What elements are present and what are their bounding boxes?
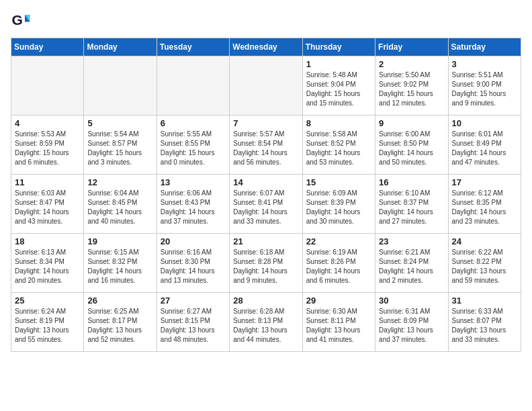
day-number: 19 (87, 236, 152, 246)
day-number: 30 (379, 295, 444, 306)
day-info: Sunrise: 6:18 AM Sunset: 8:28 PM Dayligh… (233, 248, 298, 285)
week-row-3: 11 Sunrise: 6:03 AM Sunset: 8:47 PM Dayl… (11, 175, 521, 234)
day-info: Sunrise: 6:07 AM Sunset: 8:41 PM Dayligh… (233, 189, 298, 226)
day-info: Sunrise: 6:31 AM Sunset: 8:09 PM Dayligh… (379, 307, 444, 345)
day-number: 23 (379, 236, 444, 246)
day-number: 5 (87, 118, 152, 128)
calendar-cell (84, 56, 157, 116)
weekday-header-monday: Monday (84, 38, 157, 56)
day-info: Sunrise: 6:19 AM Sunset: 8:26 PM Dayligh… (306, 248, 371, 285)
day-number: 8 (306, 118, 371, 128)
weekday-header-wednesday: Wednesday (230, 38, 302, 56)
calendar-cell: 13 Sunrise: 6:06 AM Sunset: 8:43 PM Dayl… (157, 175, 229, 234)
calendar-cell: 10 Sunrise: 6:01 AM Sunset: 8:49 PM Dayl… (448, 116, 521, 175)
calendar-cell: 16 Sunrise: 6:10 AM Sunset: 8:37 PM Dayl… (375, 175, 448, 234)
day-number: 31 (452, 295, 517, 306)
calendar-cell: 29 Sunrise: 6:30 AM Sunset: 8:11 PM Dayl… (302, 293, 375, 352)
day-info: Sunrise: 6:01 AM Sunset: 8:49 PM Dayligh… (452, 130, 517, 167)
calendar-cell: 20 Sunrise: 6:16 AM Sunset: 8:30 PM Dayl… (157, 234, 229, 293)
day-number: 26 (87, 295, 152, 306)
logo: G (11, 11, 34, 31)
day-number: 29 (306, 295, 371, 306)
day-number: 1 (306, 59, 371, 69)
calendar-cell (230, 56, 302, 116)
day-number: 14 (233, 177, 298, 187)
calendar-cell: 24 Sunrise: 6:22 AM Sunset: 8:22 PM Dayl… (448, 234, 521, 293)
week-row-5: 25 Sunrise: 6:24 AM Sunset: 8:19 PM Dayl… (11, 293, 521, 352)
day-number: 27 (161, 295, 226, 306)
day-number: 20 (161, 236, 226, 246)
calendar-cell: 3 Sunrise: 5:51 AM Sunset: 9:00 PM Dayli… (448, 56, 521, 116)
day-info: Sunrise: 5:53 AM Sunset: 8:59 PM Dayligh… (15, 130, 80, 167)
day-info: Sunrise: 6:22 AM Sunset: 8:22 PM Dayligh… (452, 248, 517, 285)
day-info: Sunrise: 6:27 AM Sunset: 8:15 PM Dayligh… (161, 307, 226, 345)
day-info: Sunrise: 5:51 AM Sunset: 9:00 PM Dayligh… (452, 71, 517, 108)
calendar-cell: 31 Sunrise: 6:33 AM Sunset: 8:07 PM Dayl… (448, 293, 521, 352)
week-row-2: 4 Sunrise: 5:53 AM Sunset: 8:59 PM Dayli… (11, 116, 521, 175)
calendar-cell: 2 Sunrise: 5:50 AM Sunset: 9:02 PM Dayli… (375, 56, 448, 116)
day-info: Sunrise: 6:24 AM Sunset: 8:19 PM Dayligh… (15, 307, 80, 345)
calendar-cell: 26 Sunrise: 6:25 AM Sunset: 8:17 PM Dayl… (84, 293, 157, 352)
day-info: Sunrise: 5:54 AM Sunset: 8:57 PM Dayligh… (87, 130, 152, 167)
calendar-table: SundayMondayTuesdayWednesdayThursdayFrid… (11, 38, 521, 352)
calendar-cell: 1 Sunrise: 5:48 AM Sunset: 9:04 PM Dayli… (302, 56, 375, 116)
day-info: Sunrise: 6:16 AM Sunset: 8:30 PM Dayligh… (161, 248, 226, 285)
weekday-header-row: SundayMondayTuesdayWednesdayThursdayFrid… (11, 38, 521, 56)
day-number: 21 (233, 236, 298, 246)
day-info: Sunrise: 6:00 AM Sunset: 8:50 PM Dayligh… (379, 130, 444, 167)
day-number: 28 (233, 295, 298, 306)
day-info: Sunrise: 5:50 AM Sunset: 9:02 PM Dayligh… (379, 71, 444, 108)
page-header: G (11, 11, 521, 31)
calendar-cell: 7 Sunrise: 5:57 AM Sunset: 8:54 PM Dayli… (230, 116, 302, 175)
day-number: 9 (379, 118, 444, 128)
day-number: 2 (379, 59, 444, 69)
day-info: Sunrise: 6:12 AM Sunset: 8:35 PM Dayligh… (452, 189, 517, 226)
day-number: 10 (452, 118, 517, 128)
day-info: Sunrise: 6:06 AM Sunset: 8:43 PM Dayligh… (161, 189, 226, 226)
week-row-4: 18 Sunrise: 6:13 AM Sunset: 8:34 PM Dayl… (11, 234, 521, 293)
day-number: 16 (379, 177, 444, 187)
calendar-cell: 30 Sunrise: 6:31 AM Sunset: 8:09 PM Dayl… (375, 293, 448, 352)
day-info: Sunrise: 6:21 AM Sunset: 8:24 PM Dayligh… (379, 248, 444, 285)
calendar-cell: 15 Sunrise: 6:09 AM Sunset: 8:39 PM Dayl… (302, 175, 375, 234)
calendar-cell: 4 Sunrise: 5:53 AM Sunset: 8:59 PM Dayli… (11, 116, 84, 175)
calendar-cell: 22 Sunrise: 6:19 AM Sunset: 8:26 PM Dayl… (302, 234, 375, 293)
day-number: 17 (452, 177, 517, 187)
day-info: Sunrise: 6:09 AM Sunset: 8:39 PM Dayligh… (306, 189, 371, 226)
calendar-cell: 8 Sunrise: 5:58 AM Sunset: 8:52 PM Dayli… (302, 116, 375, 175)
calendar-cell: 25 Sunrise: 6:24 AM Sunset: 8:19 PM Dayl… (11, 293, 84, 352)
weekday-header-tuesday: Tuesday (157, 38, 229, 56)
day-number: 13 (161, 177, 226, 187)
day-number: 4 (15, 118, 80, 128)
calendar-cell: 18 Sunrise: 6:13 AM Sunset: 8:34 PM Dayl… (11, 234, 84, 293)
day-info: Sunrise: 5:48 AM Sunset: 9:04 PM Dayligh… (306, 71, 371, 108)
day-number: 24 (452, 236, 517, 246)
day-info: Sunrise: 5:58 AM Sunset: 8:52 PM Dayligh… (306, 130, 371, 167)
calendar-cell: 6 Sunrise: 5:55 AM Sunset: 8:55 PM Dayli… (157, 116, 229, 175)
calendar-cell: 28 Sunrise: 6:28 AM Sunset: 8:13 PM Dayl… (230, 293, 302, 352)
day-number: 12 (87, 177, 152, 187)
day-number: 11 (15, 177, 80, 187)
weekday-header-friday: Friday (375, 38, 448, 56)
day-info: Sunrise: 6:03 AM Sunset: 8:47 PM Dayligh… (15, 189, 80, 226)
day-info: Sunrise: 6:13 AM Sunset: 8:34 PM Dayligh… (15, 248, 80, 285)
day-info: Sunrise: 6:04 AM Sunset: 8:45 PM Dayligh… (87, 189, 152, 226)
calendar-cell: 27 Sunrise: 6:27 AM Sunset: 8:15 PM Dayl… (157, 293, 229, 352)
day-number: 6 (161, 118, 226, 128)
logo-icon: G (11, 11, 31, 31)
weekday-header-sunday: Sunday (11, 38, 84, 56)
day-number: 15 (306, 177, 371, 187)
day-number: 18 (15, 236, 80, 246)
day-info: Sunrise: 5:55 AM Sunset: 8:55 PM Dayligh… (161, 130, 226, 167)
calendar-cell (11, 56, 84, 116)
weekday-header-saturday: Saturday (448, 38, 521, 56)
day-info: Sunrise: 6:33 AM Sunset: 8:07 PM Dayligh… (452, 307, 517, 345)
calendar-cell: 9 Sunrise: 6:00 AM Sunset: 8:50 PM Dayli… (375, 116, 448, 175)
calendar-cell (157, 56, 229, 116)
calendar-cell: 17 Sunrise: 6:12 AM Sunset: 8:35 PM Dayl… (448, 175, 521, 234)
week-row-1: 1 Sunrise: 5:48 AM Sunset: 9:04 PM Dayli… (11, 56, 521, 116)
calendar-cell: 21 Sunrise: 6:18 AM Sunset: 8:28 PM Dayl… (230, 234, 302, 293)
calendar-cell: 14 Sunrise: 6:07 AM Sunset: 8:41 PM Dayl… (230, 175, 302, 234)
day-info: Sunrise: 6:15 AM Sunset: 8:32 PM Dayligh… (87, 248, 152, 285)
day-number: 25 (15, 295, 80, 306)
